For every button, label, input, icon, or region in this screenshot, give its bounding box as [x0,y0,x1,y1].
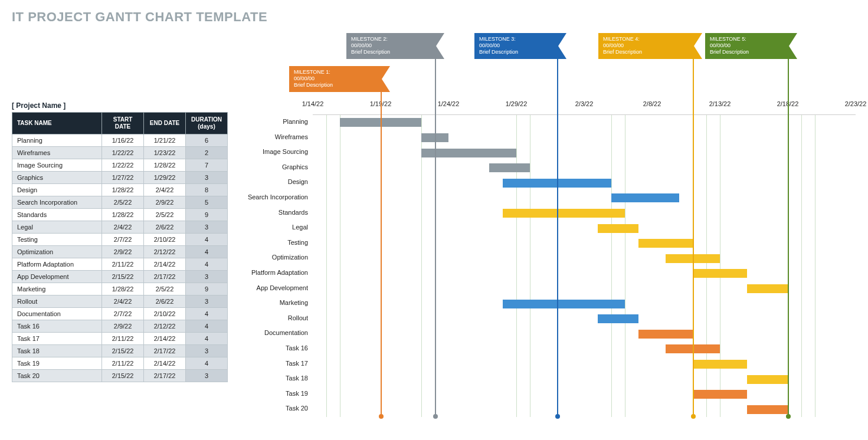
date-tick: 2/3/22 [575,100,594,107]
date-axis: 1/14/221/19/221/24/221/29/222/3/222/8/22… [313,100,856,112]
gantt-row-label: Planning [242,114,313,130]
milestone-flag: MILESTONE 5: 00/00/00 Brief Description [705,33,797,59]
gantt-bar [503,300,625,308]
gridline [611,115,612,417]
milestone-line [557,59,558,416]
table-row: Task 182/15/222/17/223 [12,345,228,357]
gantt-row-label: Graphics [242,160,313,175]
cell-start: 2/4/22 [102,295,144,308]
cell-name: Task 19 [12,357,102,370]
row-labels: PlanningWireframesImage SourcingGraphics… [242,114,313,416]
gantt-row-label: Documentation [242,326,313,341]
gantt-bar [598,314,638,323]
cell-name: Task 18 [12,345,102,357]
table-row: Design1/28/222/4/228 [12,184,228,196]
cell-start: 2/11/22 [102,357,144,370]
table-row: Task 192/11/222/14/224 [12,357,228,370]
gantt-bar [638,239,693,248]
cell-start: 2/7/22 [102,234,144,246]
table-row: Search Incorporation2/5/222/9/225 [12,196,228,209]
cell-end: 2/17/22 [144,345,186,357]
milestone-date: 00/00/00 [603,42,624,48]
cell-end: 2/6/22 [144,295,186,308]
milestone-desc: Brief Description [603,49,642,55]
milestone-date: 00/00/00 [351,42,372,48]
cell-duration: 4 [186,258,228,271]
cell-end: 2/4/22 [144,184,186,196]
gantt-bar [598,224,638,233]
cell-end: 2/6/22 [144,221,186,234]
page-title: IT PROJECT GANTT CHART TEMPLATE [12,9,267,25]
milestone-flag: MILESTONE 1: 00/00/00 Brief Description [289,66,390,92]
cell-name: Task 16 [12,320,102,333]
gantt-row-label: Task 19 [242,386,313,402]
cell-end: 2/17/22 [144,271,186,283]
gridline [815,115,815,417]
milestone-desc: Brief Description [351,49,390,55]
cell-start: 1/28/22 [102,184,144,196]
cell-start: 1/22/22 [102,159,144,172]
cell-start: 2/9/22 [102,246,144,258]
table-row: Optimization2/9/222/12/224 [12,246,228,258]
cell-name: Task 17 [12,333,102,345]
gantt-row-label: Platform Adaptation [242,265,313,281]
cell-name: Marketing [12,283,102,295]
gantt-bar [503,209,625,218]
milestone-dot-icon [555,414,560,419]
gridline [530,115,530,417]
cell-end: 2/12/22 [144,246,186,258]
cell-start: 1/16/22 [102,134,144,147]
th-dur: DURATION (days) [186,113,228,134]
gridline [340,115,340,417]
cell-name: App Development [12,271,102,283]
cell-name: Task 20 [12,370,102,382]
gantt-bar [489,163,530,172]
cell-start: 2/7/22 [102,308,144,320]
cell-duration: 4 [186,308,228,320]
cell-start: 1/27/22 [102,172,144,184]
milestone-desc: Brief Description [294,82,333,88]
milestone-dot-icon [786,414,791,419]
cell-name: Image Sourcing [12,159,102,172]
table-row: Marketing1/28/222/5/229 [12,283,228,295]
gantt-row-label: Image Sourcing [242,145,313,160]
table-row: Platform Adaptation2/11/222/14/224 [12,258,228,271]
cell-start: 1/22/22 [102,147,144,159]
cell-name: Platform Adaptation [12,258,102,271]
th-end: END DATE [144,113,186,134]
gantt-row-label: Task 16 [242,341,313,356]
table-row: Task 202/15/222/17/223 [12,370,228,382]
table-row: Task 162/9/222/12/224 [12,320,228,333]
date-tick: 2/23/22 [845,100,867,107]
cell-name: Documentation [12,308,102,320]
cell-name: Design [12,184,102,196]
cell-duration: 3 [186,370,228,382]
milestone-title: MILESTONE 2: [351,36,388,42]
milestone-dot-icon [379,414,384,419]
cell-end: 1/29/22 [144,172,186,184]
gridline [720,115,720,417]
cell-end: 1/21/22 [144,134,186,147]
cell-duration: 8 [186,184,228,196]
cell-duration: 3 [186,345,228,357]
cell-end: 2/5/22 [144,209,186,221]
cell-duration: 4 [186,246,228,258]
milestone-line [693,59,694,416]
cell-end: 2/10/22 [144,234,186,246]
table-row: Rollout2/4/222/6/223 [12,295,228,308]
gantt-bar [747,284,788,293]
cell-duration: 5 [186,196,228,209]
cell-end: 2/12/22 [144,320,186,333]
cell-duration: 4 [186,234,228,246]
cell-duration: 6 [186,134,228,147]
cell-name: Planning [12,134,102,147]
cell-duration: 2 [186,147,228,159]
cell-name: Testing [12,234,102,246]
milestone-date: 00/00/00 [710,42,731,48]
gantt-row-label: Marketing [242,295,313,311]
gantt-bar [638,330,693,339]
table-row: Image Sourcing1/22/221/28/227 [12,159,228,172]
cell-duration: 3 [186,221,228,234]
gantt-chart: 1/14/221/19/221/24/221/29/222/3/222/8/22… [242,29,856,436]
cell-name: Wireframes [12,147,102,159]
